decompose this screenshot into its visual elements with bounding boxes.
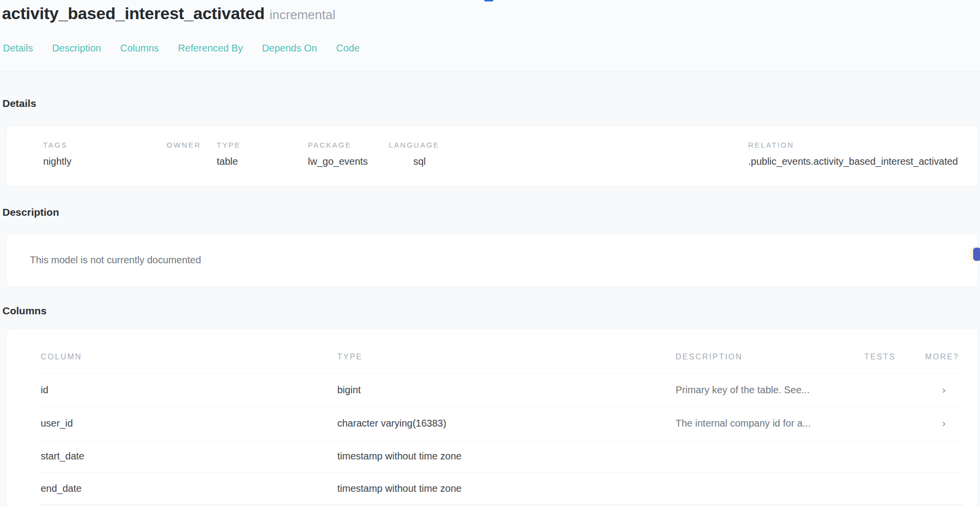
column-row[interactable]: start_date timestamp without time zone bbox=[41, 440, 963, 473]
detail-value bbox=[167, 156, 217, 168]
column-row[interactable]: end_date timestamp without time zone bbox=[41, 473, 963, 505]
section-tab[interactable]: Details bbox=[3, 43, 33, 54]
clipped-link-fragment bbox=[484, 0, 493, 1]
detail-value: .public_events.activity_based_interest_a… bbox=[748, 156, 958, 168]
column-description-cell bbox=[676, 440, 864, 473]
detail-label: LANGUAGE bbox=[389, 141, 748, 149]
detail-label: TAGS bbox=[43, 141, 167, 149]
section-tab[interactable]: Code bbox=[336, 43, 360, 54]
details-card: TAGS nightly OWNER TYPE table PACKAGE lw… bbox=[6, 126, 978, 187]
detail-field: TYPE table bbox=[217, 141, 308, 168]
section-tab[interactable]: Referenced By bbox=[178, 43, 243, 54]
columns-table-header-row: COLUMN TYPE DESCRIPTION TESTS MORE? bbox=[41, 329, 963, 374]
columns-heading: Columns bbox=[2, 305, 980, 317]
column-name-cell: end_date bbox=[41, 473, 337, 505]
columns-table: COLUMN TYPE DESCRIPTION TESTS MORE? id b… bbox=[41, 329, 963, 505]
column-tests-cell bbox=[864, 440, 925, 473]
column-type-cell: character varying(16383) bbox=[337, 407, 676, 440]
section-tab[interactable]: Depends On bbox=[262, 43, 317, 54]
detail-label: PACKAGE bbox=[308, 141, 389, 149]
column-description-cell bbox=[676, 473, 864, 505]
materialization-badge: incremental bbox=[270, 7, 335, 22]
detail-field: TAGS nightly bbox=[43, 141, 167, 168]
expand-row-chevron-icon[interactable]: › bbox=[925, 374, 963, 407]
detail-value: sql bbox=[389, 156, 748, 168]
column-header-column: COLUMN bbox=[41, 329, 337, 374]
description-card: This model is not currently documented bbox=[6, 233, 978, 287]
expand-row-chevron-icon[interactable] bbox=[925, 440, 963, 473]
columns-card: COLUMN TYPE DESCRIPTION TESTS MORE? id b… bbox=[6, 329, 978, 507]
column-header-tests: TESTS bbox=[864, 329, 925, 374]
column-name-cell: start_date bbox=[41, 440, 337, 473]
column-row[interactable]: user_id character varying(16383) The int… bbox=[41, 407, 963, 440]
detail-field: OWNER bbox=[167, 141, 217, 168]
detail-field: RELATION .public_events.activity_based_i… bbox=[748, 141, 958, 168]
section-tab[interactable]: Columns bbox=[120, 43, 159, 54]
main-content: Details TAGS nightly OWNER TYPE table bbox=[0, 98, 980, 507]
column-description-cell: The internal company id for a... bbox=[676, 407, 864, 440]
model-header: activity_based_interest_activatedincreme… bbox=[0, 0, 980, 72]
model-name: activity_based_interest_activated bbox=[2, 4, 265, 23]
detail-label: TYPE bbox=[217, 141, 308, 149]
details-heading: Details bbox=[2, 98, 980, 109]
column-tests-cell bbox=[864, 407, 925, 440]
detail-label: RELATION bbox=[748, 141, 958, 149]
detail-value: nightly bbox=[43, 156, 167, 168]
description-section: Description This model is not currently … bbox=[0, 206, 980, 287]
expand-row-chevron-icon[interactable]: › bbox=[925, 407, 963, 440]
column-tests-cell bbox=[864, 473, 925, 505]
detail-field: LANGUAGE sql bbox=[389, 141, 748, 168]
detail-value: table bbox=[217, 156, 308, 168]
columns-section: Columns COLUMN TYPE DESCRIPTION TESTS MO… bbox=[0, 305, 980, 507]
details-section: Details TAGS nightly OWNER TYPE table bbox=[0, 98, 980, 187]
column-name-cell: id bbox=[41, 374, 337, 407]
column-row[interactable]: id bigint Primary key of the table. See.… bbox=[41, 374, 963, 407]
clipped-edit-button[interactable] bbox=[973, 248, 980, 261]
column-header-type: TYPE bbox=[337, 329, 676, 374]
column-header-description: DESCRIPTION bbox=[676, 329, 864, 374]
column-type-cell: timestamp without time zone bbox=[337, 473, 676, 505]
detail-label: OWNER bbox=[167, 141, 217, 149]
detail-value: lw_go_events bbox=[308, 156, 389, 168]
description-heading: Description bbox=[2, 206, 980, 218]
section-tab[interactable]: Description bbox=[52, 43, 101, 54]
column-type-cell: timestamp without time zone bbox=[337, 440, 676, 473]
detail-field: PACKAGE lw_go_events bbox=[308, 141, 389, 168]
expand-row-chevron-icon[interactable] bbox=[925, 473, 963, 505]
column-tests-cell bbox=[864, 374, 925, 407]
description-text: This model is not currently documented bbox=[30, 254, 948, 267]
column-header-more: MORE? bbox=[925, 329, 963, 374]
column-type-cell: bigint bbox=[337, 374, 676, 407]
section-tabs: DetailsDescriptionColumnsReferenced ByDe… bbox=[3, 43, 972, 72]
page-title: activity_based_interest_activatedincreme… bbox=[2, 3, 972, 25]
column-name-cell: user_id bbox=[41, 407, 337, 440]
column-description-cell: Primary key of the table. See... bbox=[676, 374, 864, 407]
header-divider bbox=[0, 72, 980, 72]
